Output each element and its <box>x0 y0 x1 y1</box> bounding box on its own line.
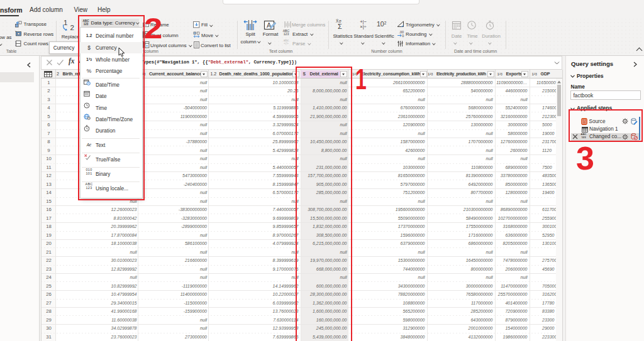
svg-text:0: 0 <box>402 34 404 38</box>
